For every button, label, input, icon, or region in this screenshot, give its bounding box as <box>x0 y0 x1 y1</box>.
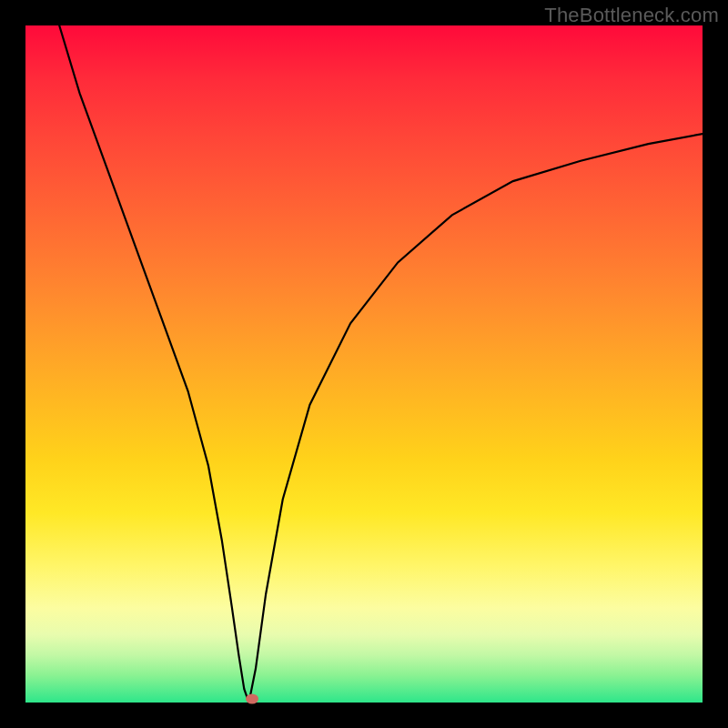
chart-frame: TheBottleneck.com <box>0 0 728 728</box>
plot-area <box>25 25 703 703</box>
bottleneck-curve <box>25 25 703 703</box>
watermark-text: TheBottleneck.com <box>544 4 719 27</box>
curve-left-branch <box>59 25 248 703</box>
curve-right-branch <box>249 134 703 703</box>
minimum-marker <box>246 694 258 704</box>
